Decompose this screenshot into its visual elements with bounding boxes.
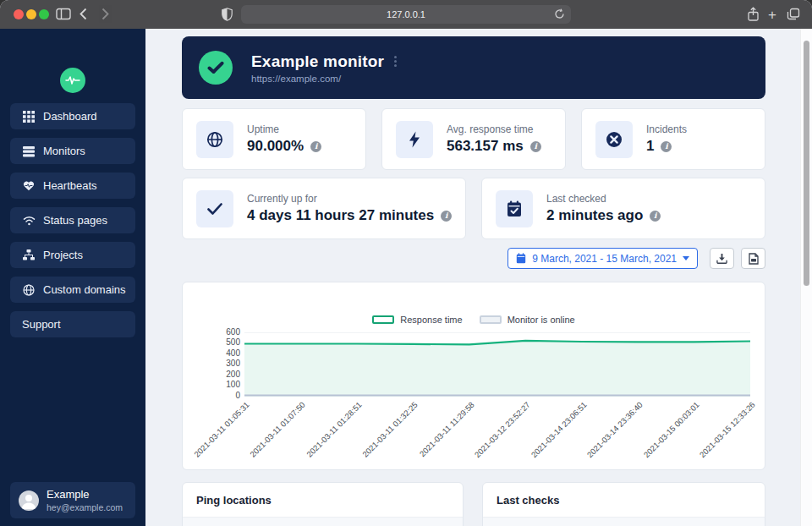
sidebar-item-projects[interactable]: Projects <box>10 242 135 268</box>
export-pdf-button[interactable] <box>741 248 765 269</box>
response-time-chart-card: Response time Monitor is online 600 500 … <box>182 282 765 470</box>
monitor-title: Example monitor <box>251 52 384 71</box>
x-axis-tick: 2021-03-15 12:33:26 <box>698 400 757 459</box>
user-email: hey@example.com <box>47 502 123 512</box>
download-icon <box>716 253 727 264</box>
url-text: 127.0.0.1 <box>387 9 425 19</box>
x-axis-tick: 2021-03-11 01:28:51 <box>304 400 364 459</box>
sidebar-item-label: Status pages <box>43 214 107 227</box>
last-checked-card: Last checked 2 minutes agoi <box>481 178 765 239</box>
stat-value: 1 <box>646 138 654 155</box>
y-axis-tick: 400 <box>183 348 240 358</box>
file-pdf-icon <box>749 253 759 265</box>
calendar-check-icon <box>496 190 533 227</box>
reload-icon[interactable] <box>554 8 565 19</box>
avg-response-card: Avg. response time 563.157 msi <box>381 108 566 170</box>
x-axis-tick: 2021-03-14 23:06:51 <box>529 400 588 459</box>
user-profile[interactable]: Example hey@example.com <box>10 482 135 518</box>
status-up-icon <box>199 51 233 85</box>
url-bar[interactable]: 127.0.0.1 <box>241 5 571 24</box>
chart-plot-area[interactable] <box>244 332 750 396</box>
y-axis-tick: 500 <box>183 337 240 347</box>
x-axis-tick: 2021-03-11 01:32:25 <box>360 400 420 459</box>
sidebar-item-label: Projects <box>43 249 83 261</box>
ping-locations-header: Location Avg. response time <box>183 517 463 526</box>
monitor-url: https://example.com/ <box>251 74 397 84</box>
legend-label: Response time <box>400 315 462 325</box>
x-axis-tick: 2021-03-14 23:36:40 <box>585 400 645 459</box>
sidebar-toggle-icon[interactable] <box>56 8 71 20</box>
info-icon[interactable]: i <box>441 211 452 222</box>
stat-label: Currently up for <box>247 193 452 205</box>
sidebar-item-support[interactable]: Support <box>10 311 135 337</box>
info-icon[interactable]: i <box>661 141 672 152</box>
ping-locations-title: Ping locations <box>183 483 463 517</box>
sitemap-icon <box>22 249 36 262</box>
last-checks-card: Last checks Status Response time Date <box>482 482 765 526</box>
forward-icon[interactable] <box>102 8 109 20</box>
privacy-shield-icon[interactable] <box>222 8 233 21</box>
info-icon[interactable]: i <box>650 211 661 222</box>
scrollbar-thumb[interactable] <box>804 41 809 286</box>
sidebar-item-label: Monitors <box>43 145 85 157</box>
date-range-button[interactable]: 9 March, 2021 - 15 March, 2021 <box>508 248 698 269</box>
wifi-icon <box>22 214 36 227</box>
ping-locations-card: Ping locations Location Avg. response ti… <box>182 482 464 526</box>
y-axis-tick: 600 <box>183 327 240 337</box>
sidebar-item-label: Support <box>22 318 61 331</box>
stat-label: Incidents <box>646 123 687 135</box>
response-chart-svg <box>244 333 750 397</box>
y-axis-tick: 200 <box>183 370 240 379</box>
monitor-menu-icon[interactable] <box>394 56 397 67</box>
x-axis-tick: 2021-03-11 11:29:58 <box>417 400 475 458</box>
sidebar-item-heartbeats[interactable]: Heartbeats <box>10 173 135 199</box>
sidebar-item-label: Dashboard <box>43 110 97 123</box>
download-button[interactable] <box>710 248 734 269</box>
minimize-window-button[interactable] <box>26 9 36 19</box>
browser-toolbar: 127.0.0.1 + <box>0 0 812 29</box>
scrollbar-track[interactable] <box>800 29 812 526</box>
incidents-card: Incidents 1i <box>581 108 765 170</box>
date-range-label: 9 March, 2021 - 15 March, 2021 <box>532 253 677 265</box>
legend-swatch-online <box>480 315 502 324</box>
zoom-window-button[interactable] <box>39 9 49 19</box>
last-checks-title: Last checks <box>483 483 765 517</box>
calendar-icon <box>516 253 526 264</box>
grid-icon <box>22 110 36 123</box>
chart-toolbar: 9 March, 2021 - 15 March, 2021 <box>182 248 765 270</box>
stat-value: 4 days 11 hours 27 minutes <box>247 207 434 224</box>
avatar <box>19 490 39 511</box>
app-logo[interactable] <box>60 68 85 93</box>
sidebar: Dashboard Monitors Heartbeats Status pag… <box>0 29 145 526</box>
close-window-button[interactable] <box>14 9 24 19</box>
last-checks-header: Status Response time Date <box>483 517 765 526</box>
stat-value: 2 minutes ago <box>546 207 643 224</box>
chart-legend: Response time Monitor is online <box>183 315 765 325</box>
stat-value: 563.157 ms <box>447 138 524 155</box>
info-icon[interactable]: i <box>310 141 321 152</box>
new-tab-icon[interactable]: + <box>768 7 776 24</box>
sidebar-item-monitors[interactable]: Monitors <box>10 138 135 164</box>
sidebar-item-dashboard[interactable]: Dashboard <box>10 103 135 129</box>
x-circle-icon <box>595 121 633 158</box>
info-icon[interactable]: i <box>530 141 541 152</box>
app-window: 127.0.0.1 + Dashboard Monitors <box>0 0 812 526</box>
tabs-overview-icon[interactable] <box>787 8 800 20</box>
legend-label: Monitor is online <box>508 315 575 325</box>
x-axis-tick: 2021-03-12 23:52:27 <box>473 400 532 459</box>
pulse-icon <box>65 74 80 86</box>
back-icon[interactable] <box>80 8 87 20</box>
legend-swatch-response-time <box>372 315 394 324</box>
uptime-card: Uptime 90.000%i <box>182 108 366 170</box>
sidebar-item-custom-domains[interactable]: Custom domains <box>10 277 135 303</box>
check-icon <box>196 190 233 227</box>
sidebar-item-status-pages[interactable]: Status pages <box>10 207 135 233</box>
share-icon[interactable] <box>747 7 760 22</box>
monitor-header-card: Example monitor https://example.com/ <box>182 36 765 99</box>
y-axis-tick: 0 <box>183 391 240 400</box>
y-axis-tick: 100 <box>183 380 240 389</box>
y-axis-tick: 300 <box>183 359 240 368</box>
stat-value: 90.000% <box>247 138 304 155</box>
globe-icon <box>22 283 36 297</box>
stat-label: Last checked <box>546 193 661 205</box>
